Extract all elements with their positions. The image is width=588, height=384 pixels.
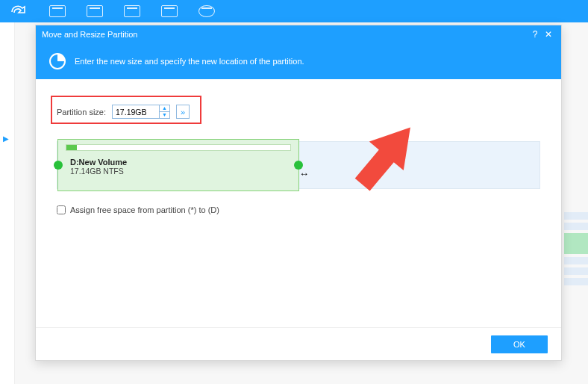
- toolbar-item[interactable]: [87, 5, 103, 17]
- toolbar-item[interactable]: [124, 5, 140, 17]
- partition-icon: [48, 52, 67, 71]
- move-resize-dialog: Move and Resize Partition ? ✕ Enter the …: [35, 25, 562, 361]
- app-sidebar: ▶: [0, 22, 15, 384]
- dialog-title: Move and Resize Partition: [42, 30, 137, 39]
- help-icon[interactable]: ?: [528, 29, 542, 40]
- partition-label: D:New Volume 17.14GB NTFS: [70, 158, 127, 176]
- resize-handle-right[interactable]: [294, 161, 303, 170]
- resize-cursor-icon: ↔: [299, 168, 309, 179]
- partition-track[interactable]: D:New Volume 17.14GB NTFS ↔: [57, 141, 540, 189]
- app-right-bars: [564, 209, 588, 288]
- close-icon[interactable]: ✕: [542, 29, 555, 40]
- toolbar-item[interactable]: [161, 5, 178, 17]
- disk-track: D:New Volume 17.14GB NTFS ↔: [57, 141, 540, 189]
- assign-checkbox[interactable]: [57, 205, 66, 214]
- banner-text: Enter the new size and specify the new l…: [75, 57, 304, 66]
- dialog-titlebar[interactable]: Move and Resize Partition ? ✕: [36, 25, 561, 43]
- dialog-banner: Enter the new size and specify the new l…: [36, 43, 561, 79]
- assign-label: Assign free space from partition (*) to …: [70, 205, 219, 214]
- app-toolbar: [0, 0, 588, 22]
- toolbar-item[interactable]: [198, 5, 215, 17]
- dialog-body: Partition size: ▲ ▼ » D:New Volume 1: [36, 79, 561, 327]
- redo-icon[interactable]: [9, 3, 28, 19]
- ok-button[interactable]: OK: [491, 335, 548, 353]
- usage-fill: [66, 145, 77, 150]
- chevron-right-icon[interactable]: ▶: [3, 134, 9, 143]
- toolbar-item[interactable]: [49, 5, 66, 17]
- highlight-box: [51, 96, 201, 124]
- dialog-footer: OK: [36, 327, 561, 360]
- partition-info: 17.14GB NTFS: [70, 167, 127, 176]
- resize-handle-left[interactable]: [54, 161, 63, 170]
- partition-block[interactable]: D:New Volume 17.14GB NTFS ↔: [57, 139, 299, 191]
- assign-free-space-row: Assign free space from partition (*) to …: [57, 205, 540, 214]
- partition-name: D:New Volume: [70, 158, 127, 167]
- usage-bar: [66, 144, 291, 151]
